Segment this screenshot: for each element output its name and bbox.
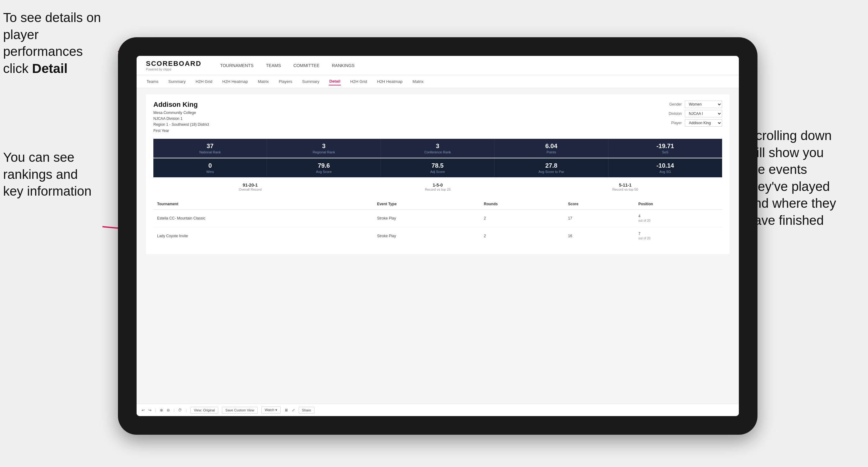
player-name: Addison King <box>153 101 209 109</box>
logo-main: SCOREBOARD <box>146 60 202 68</box>
record-top25-value: 1-5-0 <box>344 183 531 188</box>
logo: SCOREBOARD Powered by clippd <box>146 60 202 71</box>
stat-avg-score-par: 27.8 Avg Score to Par <box>495 158 608 177</box>
stat-sos: -19.71 SoS <box>609 139 722 158</box>
toolbar-redo[interactable]: ↪ <box>148 408 152 412</box>
player-college: Mesa Community College <box>153 110 209 116</box>
annotation-right: Scrolling down will show you the events … <box>747 127 865 229</box>
toolbar-icon2[interactable]: ⊖ <box>167 408 170 412</box>
sub-nav-detail[interactable]: Detail <box>329 77 341 85</box>
bottom-toolbar: ↩ ↪ | ⊕ ⊖ | ⏱ | View: Original Save Cust… <box>136 404 739 416</box>
view-original-btn[interactable]: View: Original <box>190 407 218 413</box>
gender-select[interactable]: Women <box>685 101 722 108</box>
conference-rank-value: 3 <box>384 143 491 150</box>
nav-teams[interactable]: TEAMS <box>266 62 281 69</box>
col-event-type: Event Type <box>373 199 480 210</box>
row1-event-type: Stroke Play <box>373 209 480 227</box>
annotation-top-left: To see details on player performances cl… <box>3 9 121 77</box>
sos-value: -19.71 <box>612 143 719 150</box>
record-top25-label: Record vs top 25 <box>344 188 531 191</box>
player-select[interactable]: Addison King <box>685 119 722 127</box>
national-rank-label: National Rank <box>156 150 264 154</box>
watch-btn[interactable]: Watch ▾ <box>261 406 281 413</box>
stat-points: 6.04 Points <box>495 139 608 158</box>
player-header: Addison King Mesa Community College NJCA… <box>153 101 722 134</box>
player-division: NJCAA Division 1 <box>153 116 209 122</box>
toolbar-icon3[interactable]: ⏱ <box>178 408 182 412</box>
stat-national-rank: 37 National Rank <box>153 139 267 158</box>
records-row: 91-20-1 Overall Record 1-5-0 Record vs t… <box>153 178 722 196</box>
stat-avg-sg: -10.14 Avg SG <box>609 158 722 177</box>
national-rank-value: 37 <box>156 143 264 150</box>
avg-score-value: 79.6 <box>270 162 377 169</box>
division-label: Division <box>665 112 682 116</box>
sub-nav-summary[interactable]: Summary <box>168 78 186 85</box>
nav-rankings[interactable]: RANKINGS <box>332 62 354 69</box>
row2-rounds: 2 <box>480 227 564 245</box>
row1-score: 17 <box>564 209 635 227</box>
sub-nav-h2h-heatmap[interactable]: H2H Heatmap <box>222 78 248 85</box>
tablet-screen: SCOREBOARD Powered by clippd TOURNAMENTS… <box>136 56 739 416</box>
avg-score-par-label: Avg Score to Par <box>498 170 605 174</box>
record-overall: 91-20-1 Overall Record <box>156 183 344 191</box>
record-overall-label: Overall Record <box>156 188 344 191</box>
avg-sg-label: Avg SG <box>612 170 719 174</box>
sub-nav-teams[interactable]: Teams <box>146 78 159 85</box>
points-value: 6.04 <box>498 143 605 150</box>
nav-tournaments[interactable]: TOURNAMENTS <box>220 62 254 69</box>
row2-score: 16 <box>564 227 635 245</box>
adj-score-value: 78.5 <box>384 162 491 169</box>
record-top25: 1-5-0 Record vs top 25 <box>344 183 531 191</box>
stat-regional-rank: 3 Regional Rank <box>267 139 381 158</box>
sub-nav-matrix[interactable]: Matrix <box>257 78 269 85</box>
player-info: Addison King Mesa Community College NJCA… <box>153 101 209 134</box>
nav-committee[interactable]: COMMITTEE <box>293 62 319 69</box>
logo-sub: Powered by clippd <box>146 68 202 71</box>
record-top50-label: Record vs top 50 <box>531 188 719 191</box>
annotation-bottom-left: You can see rankings and key information <box>3 149 102 200</box>
sub-nav-summary2[interactable]: Summary <box>302 78 320 85</box>
table-row: Lady Coyote Invite Stroke Play 2 16 7 ou… <box>153 227 722 245</box>
sub-nav: Teams Summary H2H Grid H2H Heatmap Matri… <box>136 75 739 88</box>
player-label: Player <box>665 121 682 125</box>
points-label: Points <box>498 150 605 154</box>
gender-filter-row: Gender Women <box>665 101 722 108</box>
gender-label: Gender <box>665 102 682 106</box>
player-filter-row: Player Addison King <box>665 119 722 127</box>
regional-rank-value: 3 <box>270 143 377 150</box>
stat-conference-rank: 3 Conference Rank <box>381 139 495 158</box>
division-filter-row: Division NJCAA I <box>665 110 722 117</box>
record-overall-value: 91-20-1 <box>156 183 344 188</box>
tournament-table: Tournament Event Type Rounds Score Posit… <box>153 199 722 245</box>
row1-position: 4 out of 20 <box>634 209 722 227</box>
player-card: Addison King Mesa Community College NJCA… <box>146 94 730 254</box>
stat-avg-score: 79.6 Avg Score <box>267 158 381 177</box>
row1-rounds: 2 <box>480 209 564 227</box>
table-row: Estella CC- Mountain Classic Stroke Play… <box>153 209 722 227</box>
share-btn[interactable]: Share <box>299 407 314 413</box>
toolbar-icon1[interactable]: ⊕ <box>160 408 163 412</box>
toolbar-icon-expand[interactable]: ⤢ <box>292 408 295 412</box>
sub-nav-h2h-heatmap2[interactable]: H2H Heatmap <box>376 78 403 85</box>
division-select[interactable]: NJCAA I <box>685 110 722 117</box>
sub-nav-matrix2[interactable]: Matrix <box>412 78 424 85</box>
save-custom-view-btn[interactable]: Save Custom View <box>222 407 258 413</box>
sub-nav-players[interactable]: Players <box>278 78 293 85</box>
col-tournament: Tournament <box>153 199 373 210</box>
conference-rank-label: Conference Rank <box>384 150 491 154</box>
wins-label: Wins <box>156 170 264 174</box>
toolbar-icon-monitor[interactable]: 🖥 <box>284 408 288 412</box>
wins-value: 0 <box>156 162 264 169</box>
sub-nav-h2h-grid[interactable]: H2H Grid <box>195 78 213 85</box>
col-score: Score <box>564 199 635 210</box>
sos-label: SoS <box>612 150 719 154</box>
row2-tournament: Lady Coyote Invite <box>153 227 373 245</box>
row2-position: 7 out of 20 <box>634 227 722 245</box>
tournament-section: Tournament Event Type Rounds Score Posit… <box>153 199 722 248</box>
content-area[interactable]: Addison King Mesa Community College NJCA… <box>136 88 739 404</box>
toolbar-undo[interactable]: ↩ <box>142 408 145 412</box>
stats-grid-row2: 0 Wins 79.6 Avg Score 78.5 Adj Score 27.… <box>153 158 722 177</box>
col-position: Position <box>634 199 722 210</box>
sub-nav-h2h-grid2[interactable]: H2H Grid <box>349 78 368 85</box>
row1-tournament: Estella CC- Mountain Classic <box>153 209 373 227</box>
